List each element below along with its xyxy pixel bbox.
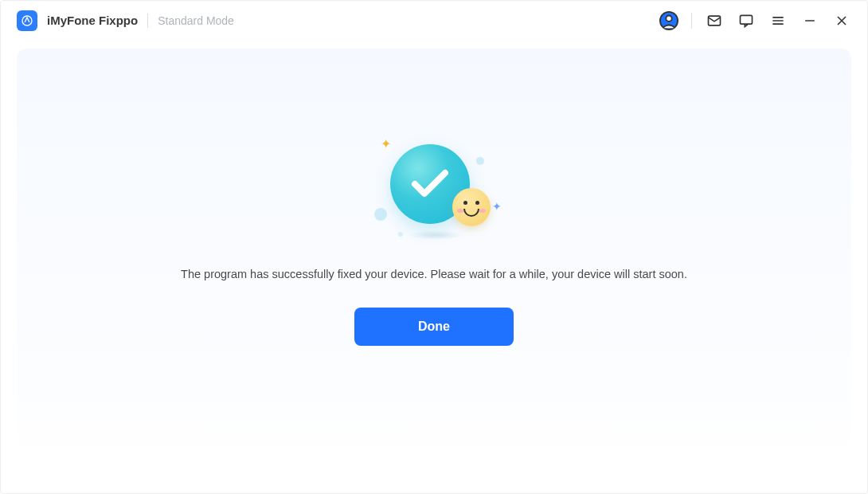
minimize-icon[interactable]	[800, 11, 819, 30]
feedback-icon[interactable]	[737, 11, 756, 30]
decor-dot	[374, 208, 387, 221]
sparkle-icon: ✦	[492, 200, 502, 213]
menu-icon[interactable]	[768, 11, 788, 30]
close-icon[interactable]	[832, 11, 851, 30]
content-panel: ✦ ✦ The program has successfully fixed y…	[17, 49, 851, 479]
mail-icon[interactable]	[705, 11, 724, 30]
done-button[interactable]: Done	[354, 308, 514, 346]
decor-dot	[476, 157, 484, 165]
mode-label: Standard Mode	[158, 14, 234, 27]
svg-point-2	[666, 15, 671, 21]
account-icon[interactable]	[659, 11, 678, 30]
titlebar: iMyFone Fixppo Standard Mode	[1, 1, 867, 41]
success-illustration: ✦ ✦	[366, 128, 502, 248]
svg-rect-4	[741, 15, 753, 24]
app-title: iMyFone Fixppo	[47, 14, 138, 27]
smiley-icon	[452, 188, 491, 226]
decor-dot	[398, 232, 403, 237]
illus-shadow	[408, 230, 463, 240]
title-divider	[147, 14, 148, 28]
titlebar-actions	[659, 11, 851, 30]
separator	[691, 13, 692, 29]
status-message: The program has successfully fixed your …	[181, 268, 687, 280]
app-logo	[17, 10, 37, 31]
sparkle-icon: ✦	[381, 136, 391, 151]
